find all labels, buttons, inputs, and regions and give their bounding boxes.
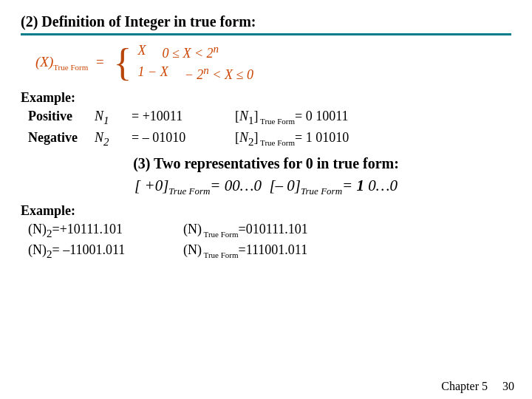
page: (2) Definition of Integer in true form: … xyxy=(0,0,532,399)
row2-n: N2 xyxy=(95,130,132,149)
row2-type: Negative xyxy=(28,130,95,146)
page-title: (2) Definition of Integer in true form: xyxy=(21,13,511,30)
formula-cases: X 0 ≤ X < 2n 1 − X − 2n < X ≤ 0 xyxy=(138,43,253,83)
row2-tf: [N2] True Form= 1 01010 xyxy=(235,130,349,149)
example2-row1: (N)2=+10111.101 (N) True Form=010111.101 xyxy=(28,222,511,240)
chapter-label: Chapter 5 xyxy=(441,380,488,393)
table-row: Positive N1 = +10011 [N1] True Form= 0 1… xyxy=(28,109,511,127)
case1-cond: 0 ≤ X < 2n xyxy=(163,43,219,61)
row1-eq: = +10011 xyxy=(132,109,235,124)
example1-label: Example: xyxy=(21,90,511,106)
row2-eq: = – 01010 xyxy=(132,130,235,146)
row1-tf: [N1] True Form= 0 10011 xyxy=(235,109,349,127)
zero-representatives: [ +0]True Form= 00…0 [– 0]True Form= 1 0… xyxy=(21,177,511,197)
case1-val: X xyxy=(138,43,146,61)
example2-row2: (N)2= –11001.011 (N) True Form=111001.01… xyxy=(28,242,511,261)
section3-title: (3) Two representatives for 0 in true fo… xyxy=(21,155,511,172)
example2-table: (N)2=+10111.101 (N) True Form=010111.101… xyxy=(28,222,511,260)
ex2-row2-col1: (N)2= –11001.011 xyxy=(28,242,168,261)
case2-val: 1 − X xyxy=(138,64,168,83)
row1-type: Positive xyxy=(28,109,95,124)
ex2-row2-col2: (N) True Form=111001.011 xyxy=(183,242,307,259)
ex2-row1-col1: (N)2=+10111.101 xyxy=(28,222,168,240)
ex2-row1-col2: (N) True Form=010111.101 xyxy=(183,222,308,239)
divider xyxy=(21,33,511,35)
footer: Chapter 5 30 xyxy=(441,380,514,393)
data-table: Positive N1 = +10011 [N1] True Form= 0 1… xyxy=(28,109,511,148)
brace-symbol: { xyxy=(114,44,132,82)
case2-cond: − 2n < X ≤ 0 xyxy=(185,64,253,83)
example2-label: Example: xyxy=(21,203,511,219)
formula-lhs: (X)True Form = xyxy=(35,54,105,72)
formula-row-2: 1 − X − 2n < X ≤ 0 xyxy=(138,64,253,83)
page-number: 30 xyxy=(502,380,514,393)
formula-block: (X)True Form = { X 0 ≤ X < 2n 1 − X − 2n… xyxy=(35,43,511,83)
table-row: Negative N2 = – 01010 [N2] True Form= 1 … xyxy=(28,130,511,149)
formula-row-1: X 0 ≤ X < 2n xyxy=(138,43,253,61)
row1-n: N1 xyxy=(95,109,132,127)
